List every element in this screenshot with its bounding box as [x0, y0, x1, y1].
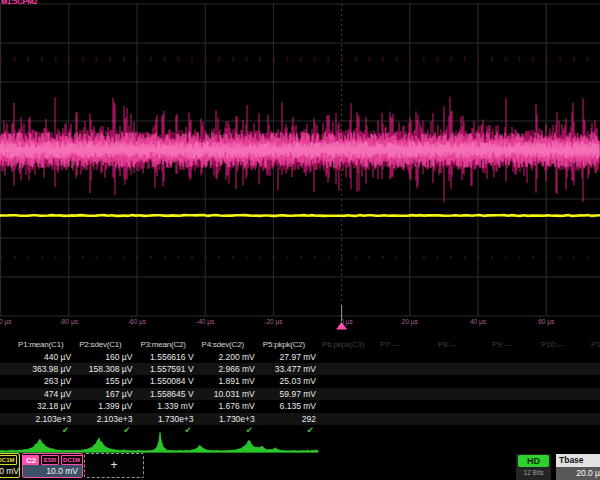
measure-status-check: ✔ — [198, 425, 253, 435]
channel-c1-descriptor[interactable]: C1 DC1M 50.0 mV — [0, 453, 20, 478]
measure-value: 1.558645 V — [136, 389, 193, 399]
measure-header[interactable]: P3:mean(C2) — [140, 340, 185, 349]
measure-value: 59.97 mV — [259, 389, 316, 399]
time-axis-label: -100 µs — [0, 318, 12, 325]
measure-header-inactive[interactable]: P10:--- — [541, 340, 564, 349]
measure-value: 1.550084 V — [136, 376, 193, 386]
c1-scale: 50.0 mV — [0, 465, 19, 477]
measure-status-check: ✔ — [14, 425, 69, 435]
c2-scale: 10.0 mV — [23, 465, 82, 477]
time-axis-label: -80 µs — [60, 318, 78, 325]
oscilloscope-screen: M1:5CPM2 -100 µs-80 µs-60 µs-40 µs-20 µs… — [0, 0, 600, 480]
hd-mode-block[interactable]: HD 12 Bits — [516, 454, 551, 480]
timebase-descriptor[interactable]: Tbase 20.0 µ — [556, 454, 600, 480]
measure-status-check: ✔ — [136, 425, 191, 435]
measure-header[interactable]: P1:mean(C1) — [18, 340, 63, 349]
measure-value: 1.399 µV — [75, 401, 132, 411]
measure-value: 1.556616 V — [136, 352, 193, 362]
measure-value: 33.477 mV — [259, 364, 316, 374]
channel-c2-descriptor[interactable]: C2 ESR DC1M 10.0 mV — [22, 453, 83, 478]
measure-value: 1.557591 V — [136, 364, 193, 374]
time-axis-label: -20 µs — [264, 318, 282, 325]
measure-value: 1.339 mV — [136, 401, 193, 411]
measure-value: 1.676 mV — [198, 401, 255, 411]
measure-header-inactive[interactable]: P6:pkpk(C3) — [322, 340, 364, 349]
measure-value: 2.200 mV — [198, 352, 255, 362]
measure-header-inactive[interactable]: P9:--- — [492, 340, 511, 349]
measure-value: 263 µV — [14, 376, 71, 386]
measure-table: P1:mean(C1)P2:sdev(C1)P3:mean(C2)P4:sdev… — [0, 338, 600, 430]
measure-value: 25.03 mV — [259, 376, 316, 386]
measure-header[interactable]: P5:pkpk(C2) — [263, 340, 305, 349]
measure-value: 155 µV — [75, 376, 132, 386]
measure-value: 158.308 µV — [75, 364, 132, 374]
c2-coupling-badge: DC1M — [61, 455, 83, 465]
c1-coupling-badge: DC1M — [0, 455, 17, 465]
timebase-title: Tbase — [556, 454, 600, 467]
measure-histicons — [0, 432, 318, 452]
measure-value: 363.98 µV — [14, 364, 71, 374]
measure-header-inactive[interactable]: P7:--- — [380, 340, 399, 349]
measure-value: 2.966 mV — [198, 364, 255, 374]
measure-value: 1.730e+3 — [198, 414, 255, 424]
measure-value: 6.135 mV — [259, 401, 316, 411]
timebase-value: 20.0 µ — [556, 467, 600, 480]
time-axis-label: 60 µs — [538, 318, 554, 325]
measure-header-inactive[interactable]: P11:--- — [591, 340, 600, 349]
measure-value: 27.97 mV — [259, 352, 316, 362]
add-trace-button[interactable]: + — [84, 453, 144, 478]
measure-value: 10.031 mV — [198, 389, 255, 399]
measure-value: 1.891 mV — [198, 376, 255, 386]
measure-value: 474 µV — [14, 389, 71, 399]
c2-label: C2 — [23, 455, 39, 466]
time-axis-label: -60 µs — [128, 318, 146, 325]
c2-eres-badge: ESR — [41, 455, 58, 465]
measure-header[interactable]: P4:sdev(C2) — [202, 340, 244, 349]
time-axis-label: 0 µs — [340, 318, 352, 325]
measure-value: 2.103e+3 — [75, 414, 132, 424]
measure-status-check: ✔ — [75, 425, 130, 435]
time-axis-label: -40 µs — [196, 318, 214, 325]
time-axis-label: 20 µs — [402, 318, 418, 325]
measure-value: 292 — [259, 414, 316, 424]
measure-status-check: ✔ — [259, 425, 314, 435]
measure-header[interactable]: P2:sdev(C1) — [79, 340, 121, 349]
measure-value: 167 µV — [75, 389, 132, 399]
measure-value: 440 µV — [14, 352, 71, 362]
measure-value: 1.730e+3 — [136, 414, 193, 424]
time-axis-label: 40 µs — [470, 318, 486, 325]
hd-badge: HD — [518, 455, 549, 467]
trace-label: M1:5CPM2 — [1, 0, 37, 6]
measure-value: 2.103e+3 — [14, 414, 71, 424]
measure-value: 32.18 µV — [14, 401, 71, 411]
measure-header-inactive[interactable]: P8:--- — [438, 340, 457, 349]
hd-bits-label: 12 Bits — [516, 467, 551, 478]
measure-value: 160 µV — [75, 352, 132, 362]
